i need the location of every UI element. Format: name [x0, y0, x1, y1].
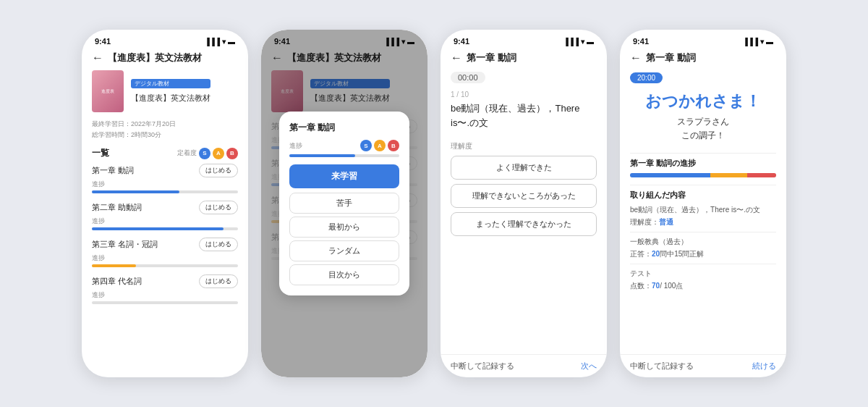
- textbook-title-1: 【進度表】英文法教材: [131, 93, 210, 104]
- status-bar-1: 9:41 ▐▐▐ ▾ ▬: [82, 30, 248, 49]
- chapter-row-3: 第四章 代名詞 はじめる: [92, 274, 238, 288]
- content-name-4: be動詞（現在、過去），There is〜.の文: [630, 205, 776, 215]
- phone-3: 9:41 ▐▐▐ ▾ ▬ ← 第一章 動詞 00:00 1 / 10 be動詞（…: [441, 30, 607, 377]
- time-1: 9:41: [95, 37, 111, 46]
- timer-3: 00:00: [451, 72, 485, 83]
- congrats-sub-4: スラプラさん この調子！: [630, 115, 776, 143]
- phone-content-3: 00:00 1 / 10 be動詞（現在、過去），There is〜.の文 理解…: [441, 70, 607, 354]
- textbook-info-1: デジタル教材 【進度表】英文法教材: [131, 79, 210, 104]
- progress-seg-0: [630, 173, 710, 177]
- understanding-btn-2[interactable]: まったく理解できなかった: [451, 212, 597, 236]
- list-label-1: 一覧: [92, 147, 109, 159]
- divider-4a: [630, 153, 776, 154]
- progress-label-3: 進捗: [92, 290, 238, 300]
- chapter-name-2: 第三章 名詞・冠詞: [92, 239, 158, 250]
- modal-progress-bar: [289, 154, 399, 157]
- modal-box-2: 第一章 動詞 進捗 S A B 来学習 苦手 最初から ランダム 目次から: [279, 112, 409, 295]
- modal-main-button[interactable]: 来学習: [289, 164, 399, 188]
- chapter-row-0: 第一章 動詞 はじめる: [92, 164, 238, 177]
- battery-icon: ▬: [228, 38, 235, 46]
- status-icons-1: ▐▐▐ ▾ ▬: [205, 38, 235, 46]
- progress-fill-2: [92, 264, 136, 267]
- bottom-right-btn-4[interactable]: 続ける: [752, 361, 776, 372]
- chapter-item-3: 第四章 代名詞 はじめる 進捗: [92, 274, 238, 304]
- question-counter-3: 1 / 10: [451, 91, 597, 98]
- badge-s-1: S: [199, 148, 210, 159]
- understanding-btn-0[interactable]: よく理解できた: [451, 156, 597, 180]
- back-button-3[interactable]: ←: [451, 51, 462, 64]
- modal-sub-btn-1[interactable]: 最初から: [289, 217, 399, 238]
- modal-overlay-2: 第一章 動詞 進捗 S A B 来学習 苦手 最初から ランダム 目次から: [261, 30, 427, 377]
- nav-bar-3: ← 第一章 動詞: [441, 49, 607, 70]
- progress-fill-1: [92, 227, 224, 230]
- chapter-name-0: 第一章 動詞: [92, 165, 134, 176]
- chapter-item-2: 第三章 名詞・冠詞 はじめる 進捗: [92, 238, 238, 267]
- battery-icon-4: ▬: [766, 38, 773, 46]
- hajimeru-btn-0[interactable]: はじめる: [199, 164, 238, 177]
- quiz-result-label-4: 正答：: [630, 250, 652, 258]
- digital-badge-1: デジタル教材: [131, 79, 210, 88]
- test-score-row-4: 点数：70/ 100点: [630, 281, 776, 291]
- phone-1: 9:41 ▐▐▐ ▾ ▬ ← 【進度表】英文法教材 進度表 デジタル教材 【進度…: [82, 30, 248, 377]
- chapter-progress-title-4: 第一章 動詞の進捗: [630, 158, 776, 169]
- chapter-row-1: 第二章 助動詞 はじめる: [92, 201, 238, 214]
- wifi-icon-4: ▾: [760, 38, 764, 46]
- progress-label-1: 進捗: [92, 217, 238, 226]
- hajimeru-btn-2[interactable]: はじめる: [199, 238, 238, 251]
- progress-label-0: 進捗: [92, 180, 238, 189]
- progress-bg-3: [92, 301, 238, 304]
- chapter-row-2: 第三章 名詞・冠詞 はじめる: [92, 238, 238, 251]
- modal-badge-a: A: [374, 140, 386, 151]
- status-bar-3: 9:41 ▐▐▐ ▾ ▬: [441, 30, 607, 49]
- nav-bar-4: ← 第一章 動詞: [620, 49, 786, 70]
- progress-fill-0: [92, 190, 179, 193]
- nav-bar-1: ← 【進度表】英文法教材: [82, 49, 248, 70]
- status-bar-4: 9:41 ▐▐▐ ▾ ▬: [620, 30, 786, 49]
- test-label-4: テスト: [630, 269, 776, 279]
- time-4: 9:41: [633, 37, 649, 46]
- wifi-icon-3: ▾: [581, 38, 584, 46]
- mastery-label-1: 定着度: [177, 148, 197, 158]
- understanding-label-4: 理解度：: [630, 218, 659, 226]
- progress-bg-1: [92, 227, 238, 230]
- understanding-row-4: 理解度：普通: [630, 217, 776, 227]
- modal-progress-row: 進捗 S A B: [289, 140, 399, 151]
- hajimeru-btn-1[interactable]: はじめる: [199, 201, 238, 214]
- signal-icon-3: ▐▐▐: [563, 38, 579, 46]
- back-button-4[interactable]: ←: [630, 51, 642, 64]
- book-thumb-1: 進度表: [92, 70, 124, 112]
- modal-sub-btn-0[interactable]: 苦手: [289, 193, 399, 214]
- test-score-label-4: 点数：: [630, 282, 652, 290]
- divider-4d: [630, 264, 776, 264]
- understanding-btn-1[interactable]: 理解できないところがあった: [451, 184, 597, 208]
- hajimeru-btn-3[interactable]: はじめる: [199, 274, 238, 288]
- modal-progress-label: 進捗: [289, 141, 302, 151]
- congrats-title-4: おつかれさま！: [630, 91, 776, 112]
- back-button-1[interactable]: ←: [92, 51, 103, 64]
- status-icons-4: ▐▐▐ ▾ ▬: [743, 38, 773, 46]
- chapter-name-1: 第二章 助動詞: [92, 202, 142, 213]
- chapter-name-3: 第四章 代名詞: [92, 276, 142, 287]
- nav-title-3: 第一章 動詞: [467, 51, 516, 64]
- section-header-1: 一覧 定着度 S A B: [92, 147, 238, 159]
- progress-bg-0: [92, 190, 238, 193]
- signal-icon-4: ▐▐▐: [743, 38, 758, 46]
- quiz-total-4: 問中15問正解: [660, 250, 704, 258]
- modal-progress-fill: [289, 154, 355, 157]
- nav-title-1: 【進度表】英文法教材: [108, 51, 202, 64]
- modal-sub-btn-3[interactable]: 目次から: [289, 264, 399, 285]
- modal-sub-btn-2[interactable]: ランダム: [289, 240, 399, 261]
- result-progress-bar-4: [630, 173, 776, 177]
- phone-4: 9:41 ▐▐▐ ▾ ▬ ← 第一章 動詞 20:00 おつかれさま！ スラプラ…: [620, 30, 786, 377]
- question-text-3: be動詞（現在、過去），There is〜.の文: [451, 101, 597, 130]
- bottom-left-btn-3[interactable]: 中断して記録する: [451, 361, 514, 372]
- bottom-right-btn-3[interactable]: 次へ: [581, 361, 597, 372]
- divider-4b: [630, 185, 776, 185]
- divider-4c: [630, 232, 776, 232]
- test-score-4: 70: [652, 282, 660, 290]
- test-score-max-4: / 100点: [660, 282, 683, 290]
- modal-badge-b: B: [388, 140, 399, 151]
- bottom-left-btn-4[interactable]: 中断して記録する: [630, 361, 694, 372]
- phone-2: 9:41 ▐▐▐ ▾ ▬ ← 【進度表】英文法教材 進度表 デジタル教材 【進度…: [261, 30, 427, 377]
- modal-badge-s: S: [360, 140, 372, 151]
